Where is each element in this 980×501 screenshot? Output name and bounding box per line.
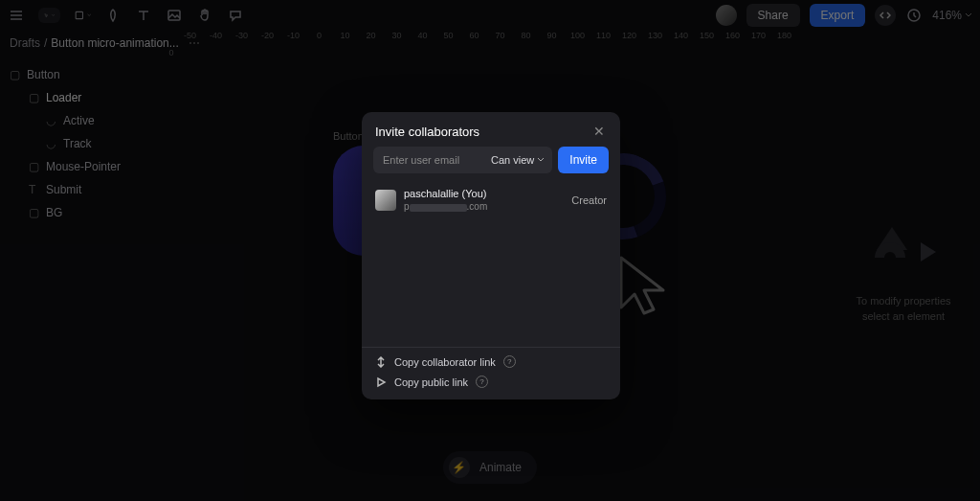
collaborator-email: p.com [404, 200, 487, 213]
collaborator-row: paschalallie (You) p.com Creator [362, 183, 620, 222]
copy-public-link[interactable]: Copy public link ? [375, 376, 607, 388]
close-icon[interactable]: ✕ [591, 124, 607, 139]
copy-collab-link[interactable]: Copy collaborator link ? [375, 355, 607, 368]
collaborator-name: paschalallie (You) [404, 187, 487, 200]
modal-title: Invite collaborators [375, 125, 479, 139]
email-input[interactable]: Enter user email [383, 154, 459, 166]
collaborator-role: Creator [571, 194, 607, 206]
invite-button[interactable]: Invite [558, 147, 609, 173]
help-icon[interactable]: ? [476, 376, 488, 388]
email-input-container: Enter user email Can view [373, 147, 552, 173]
permission-dropdown[interactable]: Can view [491, 154, 545, 166]
help-icon[interactable]: ? [503, 355, 516, 368]
invite-modal: Invite collaborators ✕ Enter user email … [362, 112, 620, 399]
collaborator-avatar [375, 190, 396, 211]
